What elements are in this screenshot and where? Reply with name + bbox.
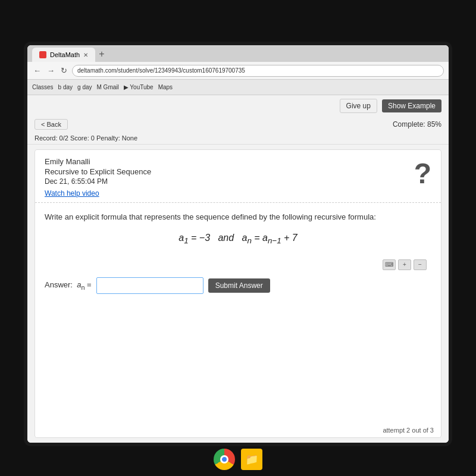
- answer-label: Answer: an =: [45, 280, 92, 291]
- chrome-inner-circle: [220, 455, 228, 464]
- assignment-date: Dec 21, 6:55:04 PM: [45, 177, 151, 186]
- utility-icon-row: ⌨ + −: [45, 257, 431, 271]
- student-name: Emily Manalli: [45, 157, 151, 166]
- top-action-bar: Give up Show Example: [27, 95, 449, 117]
- forward-nav-button[interactable]: →: [46, 66, 56, 75]
- zoom-out-icon-button[interactable]: −: [414, 259, 427, 270]
- formula-text: a1 = −3 and an = an−1 + 7: [178, 233, 297, 243]
- bookmark-gday[interactable]: g day: [77, 84, 92, 90]
- show-example-button[interactable]: Show Example: [382, 99, 441, 112]
- record-bar: Record: 0/2 Score: 0 Penalty: None: [27, 132, 449, 145]
- files-taskbar-icon[interactable]: 📁: [241, 449, 262, 470]
- complete-status: Complete: 85%: [393, 120, 441, 129]
- chrome-taskbar-icon[interactable]: [214, 449, 235, 470]
- new-tab-button[interactable]: +: [95, 49, 108, 60]
- bookmark-bday[interactable]: b day: [58, 84, 73, 90]
- submit-answer-button[interactable]: Submit Answer: [208, 278, 270, 293]
- back-nav-button[interactable]: ←: [32, 66, 42, 75]
- url-bar[interactable]: deltamath.com/student/solve/12349943/cus…: [72, 65, 444, 77]
- answer-input[interactable]: [96, 277, 203, 294]
- taskbar: 📁: [214, 449, 262, 470]
- deltamath-content-area: Give up Show Example < Back Complete: 85…: [27, 95, 449, 443]
- bookmarks-bar: Classes b day g day M Gmail ▶ YouTube Ma…: [27, 80, 449, 95]
- bookmark-maps[interactable]: Maps: [158, 84, 173, 90]
- record-text: Record: 0/2 Score: 0 Penalty: None: [35, 134, 137, 142]
- zoom-in-icon-button[interactable]: +: [398, 259, 411, 270]
- answer-row: Answer: an = Submit Answer: [45, 277, 431, 294]
- url-text: deltamath.com/student/solve/12349943/cus…: [77, 67, 245, 74]
- browser-address-bar: ← → ↻ deltamath.com/student/solve/123499…: [27, 62, 449, 80]
- problem-statement: Write an explicit formula that represent…: [45, 211, 431, 223]
- screen-content: DeltaMath ✕ + ← → ↻ deltamath.com/studen…: [27, 45, 449, 443]
- keyboard-icon-button[interactable]: ⌨: [383, 259, 396, 270]
- watch-help-video-link[interactable]: Watch help video: [45, 189, 151, 198]
- refresh-button[interactable]: ↻: [60, 66, 68, 75]
- recursive-formula-display: a1 = −3 and an = an−1 + 7: [45, 233, 431, 245]
- attempt-counter: attempt 2 out of 3: [35, 424, 441, 437]
- bookmark-classes[interactable]: Classes: [32, 84, 54, 90]
- help-question-icon[interactable]: ?: [414, 157, 431, 190]
- student-info: Emily Manalli Recursive to Explicit Sequ…: [45, 157, 151, 198]
- problem-card: Emily Manalli Recursive to Explicit Sequ…: [35, 149, 441, 438]
- screen-bezel: DeltaMath ✕ + ← → ↻ deltamath.com/studen…: [24, 42, 452, 446]
- card-body: Write an explicit formula that represent…: [35, 203, 441, 424]
- browser-tab-deltamath[interactable]: DeltaMath ✕: [32, 48, 95, 62]
- assignment-title: Recursive to Explicit Sequence: [45, 167, 151, 176]
- tab-label: DeltaMath: [50, 51, 80, 58]
- give-up-button[interactable]: Give up: [340, 99, 377, 113]
- bookmark-gmail[interactable]: M Gmail: [97, 84, 119, 90]
- back-button[interactable]: < Back: [35, 119, 68, 130]
- browser-tabs: DeltaMath ✕ +: [27, 45, 449, 62]
- tab-favicon: [39, 51, 46, 58]
- tab-close-button[interactable]: ✕: [83, 52, 88, 58]
- card-header: Emily Manalli Recursive to Explicit Sequ…: [35, 150, 441, 203]
- sub-navigation-bar: < Back Complete: 85%: [27, 117, 449, 132]
- bookmark-youtube[interactable]: ▶ YouTube: [124, 84, 154, 90]
